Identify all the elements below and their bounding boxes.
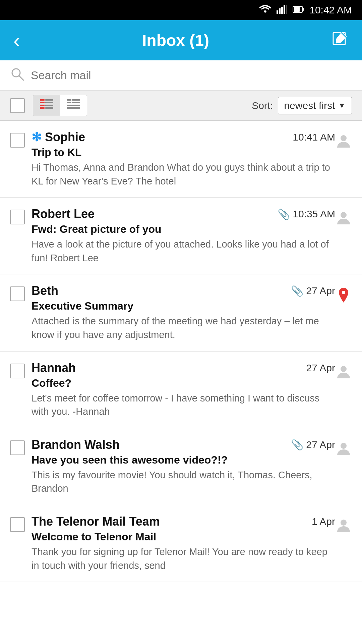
svg-rect-22 [72, 102, 80, 103]
email-item[interactable]: Robert Lee 📎10:35 AM Fwd: Great picture … [0, 198, 362, 274]
email-checkbox-5[interactable] [10, 517, 25, 532]
svg-point-28 [341, 366, 347, 372]
email-list: ✻Sophie 10:41 AM Trip to KL Hi Thomas, A… [0, 121, 362, 582]
svg-rect-21 [67, 102, 71, 103]
email-preview-1: Have a look at the picture of you attach… [32, 237, 335, 265]
svg-rect-19 [67, 99, 71, 101]
svg-rect-7 [303, 8, 304, 11]
search-bar [0, 60, 362, 91]
email-checkbox-0[interactable] [10, 133, 25, 148]
person-icon [337, 133, 350, 148]
email-checkbox-3[interactable] [10, 364, 25, 378]
person-icon [337, 441, 350, 456]
email-item[interactable]: Brandon Walsh 📎27 Apr Have you seen this… [0, 428, 362, 505]
unread-star: ✻ [32, 130, 42, 144]
svg-rect-6 [294, 7, 300, 12]
compact-view-button[interactable] [33, 95, 60, 116]
email-content-2: Beth 📎27 Apr Executive Summary Attached … [32, 284, 335, 341]
svg-rect-12 [45, 99, 53, 101]
email-header-0: ✻Sophie 10:41 AM [32, 130, 335, 144]
svg-rect-15 [40, 105, 45, 106]
email-sender-2: Beth [32, 284, 58, 298]
email-item[interactable]: ✻Sophie 10:41 AM Trip to KL Hi Thomas, A… [0, 121, 362, 198]
email-subject-2: Executive Summary [32, 300, 335, 312]
email-date-5: 1 Apr [312, 516, 335, 527]
sort-dropdown-arrow: ▼ [338, 101, 346, 110]
app-bar: ‹ Inbox (1) [0, 20, 362, 60]
svg-point-29 [341, 443, 347, 449]
svg-rect-17 [40, 107, 45, 109]
svg-point-27 [342, 291, 345, 294]
wifi-icon [259, 4, 271, 16]
email-checkbox-4[interactable] [10, 440, 25, 455]
email-date-3: 27 Apr [306, 362, 335, 374]
search-icon [10, 67, 24, 84]
email-subject-0: Trip to KL [32, 146, 335, 159]
svg-point-25 [341, 135, 347, 141]
compose-button[interactable] [331, 30, 349, 51]
email-content-4: Brandon Walsh 📎27 Apr Have you seen this… [32, 438, 335, 495]
svg-rect-14 [45, 102, 53, 103]
svg-rect-0 [277, 10, 278, 14]
email-action-2[interactable] [335, 284, 352, 303]
svg-rect-1 [279, 8, 281, 14]
email-checkbox-1[interactable] [10, 210, 25, 224]
svg-rect-18 [45, 107, 53, 109]
email-header-4: Brandon Walsh 📎27 Apr [32, 438, 335, 452]
svg-rect-11 [40, 99, 45, 101]
email-preview-3: Let's meet for coffee tomorrow - I have … [32, 391, 335, 419]
sort-label: Sort: [252, 100, 273, 111]
email-preview-2: Attached is the summary of the meeting w… [32, 314, 335, 341]
email-subject-3: Coffee? [32, 377, 335, 389]
svg-point-30 [341, 520, 347, 526]
email-header-5: The Telenor Mail Team 1 Apr [32, 515, 335, 529]
attachment-icon: 📎 [291, 285, 303, 297]
email-sender-4: Brandon Walsh [32, 438, 120, 452]
email-item[interactable]: Beth 📎27 Apr Executive Summary Attached … [0, 274, 362, 351]
email-preview-4: This is my favourite movie! You should w… [32, 468, 335, 495]
email-preview-5: Thank you for signing up for Telenor Mai… [32, 545, 335, 572]
email-date-2: 📎27 Apr [291, 285, 335, 297]
sort-dropdown[interactable]: newest first ▼ [278, 97, 352, 114]
detailed-view-button[interactable] [60, 95, 87, 116]
email-subject-4: Have you seen this awesome video?!? [32, 454, 335, 466]
search-input[interactable] [31, 69, 352, 82]
email-date-1: 📎10:35 AM [278, 208, 335, 220]
email-date-4: 📎27 Apr [291, 439, 335, 450]
back-button[interactable]: ‹ [13, 29, 20, 52]
svg-rect-2 [281, 7, 283, 14]
email-preview-0: Hi Thomas, Anna and Brandon What do you … [32, 161, 335, 188]
email-header-2: Beth 📎27 Apr [32, 284, 335, 298]
battery-icon [293, 5, 304, 15]
compact-view-icon [39, 99, 54, 112]
email-action-5[interactable] [335, 515, 352, 533]
email-header-3: Hannah 27 Apr [32, 361, 335, 375]
email-item[interactable]: The Telenor Mail Team 1 Apr Welcome to T… [0, 505, 362, 582]
email-date-0: 10:41 AM [293, 131, 335, 143]
email-sender-3: Hannah [32, 361, 76, 375]
status-icons: 10:42 AM [259, 4, 352, 16]
email-action-1[interactable] [335, 207, 352, 225]
status-time: 10:42 AM [309, 4, 352, 16]
email-action-4[interactable] [335, 438, 352, 456]
attachment-icon: 📎 [278, 208, 290, 220]
email-action-0[interactable] [335, 130, 352, 148]
email-content-0: ✻Sophie 10:41 AM Trip to KL Hi Thomas, A… [32, 130, 335, 188]
email-action-3[interactable] [335, 361, 352, 379]
attachment-icon: 📎 [291, 439, 303, 450]
view-toggle [33, 95, 87, 116]
svg-point-26 [341, 212, 347, 218]
svg-rect-16 [45, 105, 53, 106]
email-item[interactable]: Hannah 27 Apr Coffee? Let's meet for cof… [0, 352, 362, 428]
email-content-1: Robert Lee 📎10:35 AM Fwd: Great picture … [32, 207, 335, 265]
detailed-view-icon [66, 99, 81, 112]
svg-line-10 [19, 76, 23, 80]
svg-rect-20 [72, 99, 80, 101]
email-subject-1: Fwd: Great picture of you [32, 223, 335, 235]
email-checkbox-2[interactable] [10, 286, 25, 301]
status-bar: 10:42 AM [0, 0, 362, 20]
email-subject-5: Welcome to Telenor Mail [32, 531, 335, 543]
select-all-checkbox[interactable] [10, 98, 25, 113]
svg-rect-3 [284, 5, 285, 14]
sort-selected: newest first [284, 100, 335, 111]
